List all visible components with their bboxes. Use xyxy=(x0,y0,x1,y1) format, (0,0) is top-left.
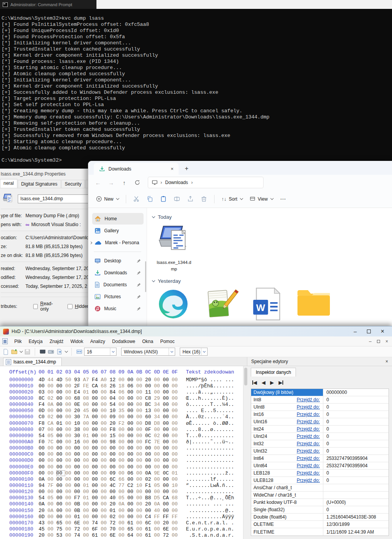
hex-byte[interactable]: 06 xyxy=(127,383,136,389)
menu-edycja[interactable]: Edycja xyxy=(25,337,46,346)
tab-close-icon[interactable]: × xyxy=(169,166,176,172)
inspector-value[interactable] xyxy=(323,492,389,498)
hex-byte[interactable]: 00 xyxy=(163,427,172,433)
goto-link[interactable]: Przejdź do: xyxy=(297,404,323,410)
goto-link[interactable]: Przejdź do: xyxy=(297,434,323,439)
hex-byte[interactable]: 00 xyxy=(127,377,136,383)
hex-byte[interactable]: C2 xyxy=(127,483,136,488)
hex-byte[interactable]: 00 xyxy=(65,489,74,495)
sidebar-item-desktop[interactable]: Desktop xyxy=(92,255,144,267)
sidebar-item-music[interactable]: Music xyxy=(92,303,144,314)
hex-byte[interactable]: 00 xyxy=(118,427,127,433)
hex-byte[interactable]: F7 xyxy=(74,495,83,501)
hex-byte[interactable]: 53 xyxy=(56,532,65,538)
notepadpp-file-icon[interactable] xyxy=(203,287,239,321)
hex-byte[interactable]: 4D xyxy=(56,377,65,383)
hex-byte[interactable]: 00 xyxy=(65,383,74,389)
hex-byte[interactable]: 00 xyxy=(118,489,127,495)
hex-byte[interactable]: 00 xyxy=(172,526,181,532)
hex-byte[interactable]: 00 xyxy=(163,439,172,445)
hex-byte[interactable]: 00 xyxy=(47,383,56,389)
inspector-row-uint64[interactable]: UInt64Przejdź do:2533274790395904 xyxy=(251,462,389,470)
hex-byte[interactable]: 00 xyxy=(56,489,65,495)
hex-byte[interactable]: 01 xyxy=(110,508,118,514)
inspector-row-leb128[interactable]: LEB128Przejdź do:0 xyxy=(251,470,389,477)
hex-byte[interactable]: 00 xyxy=(65,458,74,463)
hex-byte[interactable]: 00 xyxy=(172,389,181,395)
inspector-row-int64[interactable]: Int64Przejdź do:2533274790395904 xyxy=(251,455,389,462)
hex-byte[interactable]: 45 xyxy=(83,408,92,414)
open-disk-icon[interactable] xyxy=(47,348,54,355)
hex-byte[interactable]: 00 xyxy=(92,483,101,488)
hex-byte[interactable]: 29 xyxy=(154,395,163,401)
hex-byte[interactable]: 01 xyxy=(83,495,92,501)
hex-byte[interactable]: 00 xyxy=(118,458,127,463)
hex-byte[interactable]: 00 xyxy=(56,458,65,463)
hex-byte[interactable]: 00 xyxy=(136,389,145,395)
hex-byte[interactable]: 00 xyxy=(127,439,136,445)
hex-byte[interactable]: 00 xyxy=(39,470,47,476)
hex-byte[interactable]: 00 xyxy=(56,464,65,470)
hex-row[interactable]: 00000150200A00000B0000000100000000400000… xyxy=(9,507,243,514)
hex-byte[interactable]: 00 xyxy=(101,483,110,488)
hex-byte[interactable]: FF xyxy=(172,514,181,520)
hex-byte[interactable]: 00 xyxy=(101,402,110,407)
close-button[interactable]: × xyxy=(381,328,384,335)
hex-byte[interactable]: 40 xyxy=(154,508,163,514)
hex-byte[interactable]: 00 xyxy=(172,445,181,451)
inspector-row-uint32[interactable]: UInt32Przejdź do:0 xyxy=(251,448,389,455)
hex-byte[interactable]: 20 xyxy=(110,501,118,507)
hex-byte[interactable]: 20 xyxy=(163,520,172,526)
hex-byte[interactable]: 00 xyxy=(83,439,92,445)
breadcrumb-downloads[interactable]: Downloads xyxy=(165,180,188,185)
inspector-row-uint24[interactable]: UInt24Przejdź do:0 xyxy=(251,433,389,440)
hex-byte[interactable]: 00 xyxy=(118,520,127,526)
goto-link[interactable]: Przejdź do: xyxy=(297,470,323,476)
hex-row[interactable]: 000000D000000000000000000000000000000000… xyxy=(9,458,243,464)
hex-byte[interactable]: 93 xyxy=(74,377,83,383)
hex-byte[interactable]: 68 xyxy=(74,395,83,401)
hex-byte[interactable]: 00 xyxy=(127,508,136,514)
sidebar-item-documents[interactable]: Documents xyxy=(92,279,144,291)
hex-byte[interactable]: 00 xyxy=(154,532,163,538)
hex-row[interactable]: 000001400A0000000B000000200A0000200A0000… xyxy=(9,501,243,507)
hex-byte[interactable]: 6C xyxy=(145,520,154,526)
hex-byte[interactable]: 10 xyxy=(110,408,118,414)
hex-byte[interactable]: 06 xyxy=(127,470,136,476)
new-tab-button[interactable]: + xyxy=(185,165,188,172)
inspector-row-dw-jkowy-8-bit-w-[interactable]: Dwójkowy (8 bitów)00000000 xyxy=(251,389,389,396)
hex-row[interactable]: 000000C000000000000000000000000000000000… xyxy=(9,451,243,458)
hex-byte[interactable]: 00 xyxy=(145,489,154,495)
hex-byte[interactable]: 00 xyxy=(118,470,127,476)
hex-byte[interactable]: 00 xyxy=(110,458,118,463)
hex-byte[interactable]: 34 xyxy=(154,414,163,420)
menu-plik[interactable]: Plik xyxy=(11,337,25,346)
hex-byte[interactable]: 00 xyxy=(101,501,110,507)
hex-byte[interactable]: 00 xyxy=(74,464,83,470)
hex-byte[interactable]: 00 xyxy=(56,483,65,488)
hex-byte[interactable]: 00 xyxy=(47,526,56,532)
hex-byte[interactable]: D8 xyxy=(154,421,163,426)
hex-byte[interactable]: 00 xyxy=(154,464,163,470)
hex-byte[interactable]: 7C xyxy=(47,439,56,445)
hex-row[interactable]: 00000110947F0000000100004C77C210F1050010… xyxy=(9,482,243,488)
hex-byte[interactable]: 00 xyxy=(47,427,56,433)
hex-byte[interactable]: 05 xyxy=(47,433,56,439)
hex-byte[interactable]: 00 xyxy=(145,445,154,451)
hex-byte[interactable]: 00 xyxy=(127,476,136,482)
hex-byte[interactable]: 00 xyxy=(172,451,181,457)
hex-byte[interactable]: 61 xyxy=(145,526,154,532)
hex-byte[interactable]: 00 xyxy=(154,526,163,532)
hex-byte[interactable]: 00 xyxy=(83,470,92,476)
hex-byte[interactable]: 00 xyxy=(83,501,92,507)
hex-byte[interactable]: 00 xyxy=(39,458,47,463)
hex-byte[interactable]: 00 xyxy=(136,495,145,501)
inspector-value[interactable]: 1.2516040454103E-308 xyxy=(323,514,389,520)
minimize-button[interactable]: – xyxy=(354,328,357,335)
hex-byte[interactable]: 05 xyxy=(118,495,127,501)
hex-byte[interactable]: 00 xyxy=(92,514,101,520)
hex-byte[interactable]: 98 xyxy=(110,439,118,445)
hex-byte[interactable]: 00 xyxy=(136,532,145,538)
hex-byte[interactable]: 00 xyxy=(136,451,145,457)
hex-byte[interactable]: 00 xyxy=(118,514,127,520)
